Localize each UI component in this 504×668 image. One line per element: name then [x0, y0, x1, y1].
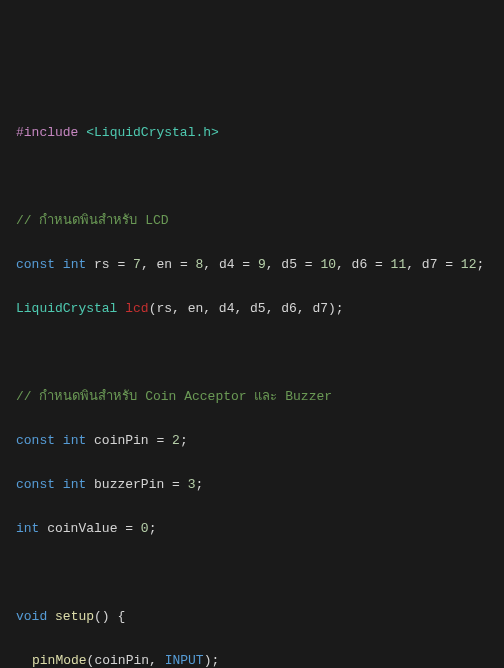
var: buzzerPin	[94, 477, 164, 492]
keyword: const	[16, 477, 55, 492]
keyword: void	[16, 609, 47, 624]
preprocessor-directive: #include	[16, 125, 78, 140]
keyword: const	[16, 257, 55, 272]
number: 7	[133, 257, 141, 272]
number: 11	[391, 257, 407, 272]
number: 12	[461, 257, 477, 272]
keyword: int	[63, 433, 86, 448]
number: 8	[196, 257, 204, 272]
var: d5	[281, 257, 297, 272]
keyword: const	[16, 433, 55, 448]
var: rs	[94, 257, 110, 272]
code-line: void setup() {	[16, 606, 488, 628]
number: 3	[188, 477, 196, 492]
keyword: int	[63, 477, 86, 492]
number: 9	[258, 257, 266, 272]
number: 2	[172, 433, 180, 448]
number: 0	[141, 521, 149, 536]
code-line: int coinValue = 0;	[16, 518, 488, 540]
var: coinValue	[47, 521, 117, 536]
number: 10	[320, 257, 336, 272]
code-line	[16, 166, 488, 188]
include-lib: <LiquidCrystal.h>	[86, 125, 219, 140]
type: LiquidCrystal	[16, 301, 117, 316]
declaration: lcd	[125, 301, 148, 316]
args: (rs, en, d4, d5, d6, d7);	[149, 301, 344, 316]
var: d7	[422, 257, 438, 272]
var: coinPin	[94, 433, 149, 448]
constant: INPUT	[165, 653, 204, 668]
function-call: pinMode	[32, 653, 87, 668]
code-line: const int rs = 7, en = 8, d4 = 9, d5 = 1…	[16, 254, 488, 276]
code-line: LiquidCrystal lcd(rs, en, d4, d5, d6, d7…	[16, 298, 488, 320]
code-line: const int coinPin = 2;	[16, 430, 488, 452]
code-editor[interactable]: #include <LiquidCrystal.h> // กำหนดพินสำ…	[16, 100, 488, 668]
arg: coinPin	[94, 653, 149, 668]
code-line: const int buzzerPin = 3;	[16, 474, 488, 496]
keyword: int	[16, 521, 39, 536]
code-line: pinMode(coinPin, INPUT);	[16, 650, 488, 668]
code-line	[16, 342, 488, 364]
code-line	[16, 562, 488, 584]
keyword: int	[63, 257, 86, 272]
code-line: // กำหนดพินสำหรับ Coin Acceptor และ Buzz…	[16, 386, 488, 408]
comment: // กำหนดพินสำหรับ LCD	[16, 213, 169, 228]
var: d4	[219, 257, 235, 272]
var: d6	[352, 257, 368, 272]
code-line: // กำหนดพินสำหรับ LCD	[16, 210, 488, 232]
comment: // กำหนดพินสำหรับ Coin Acceptor และ Buzz…	[16, 389, 332, 404]
function-name: setup	[55, 609, 94, 624]
code-line: #include <LiquidCrystal.h>	[16, 122, 488, 144]
var: en	[156, 257, 172, 272]
